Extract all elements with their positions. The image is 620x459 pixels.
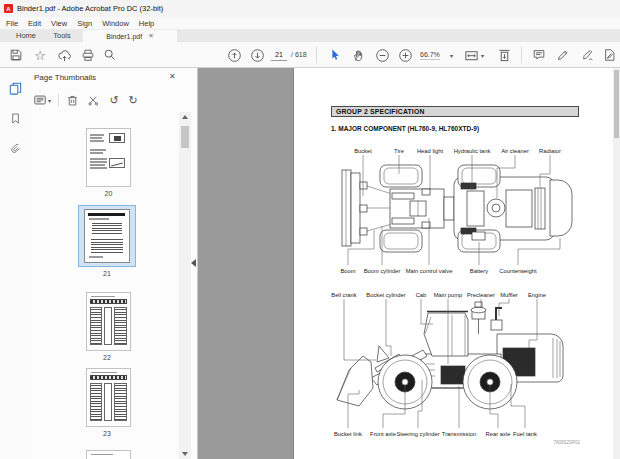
diagram-label: Precleaner — [467, 292, 495, 298]
comment-bubble-icon — [532, 48, 546, 62]
menu-help[interactable]: Help — [139, 19, 154, 28]
hand-tool-button[interactable] — [350, 46, 368, 64]
thumbnail-page-24-partial[interactable] — [86, 450, 131, 459]
menu-file[interactable]: File — [6, 19, 18, 28]
figure-code: 7609S2SP01 — [534, 440, 580, 445]
pencil-tool-button[interactable] — [554, 46, 572, 64]
close-tab-icon[interactable]: ✕ — [148, 32, 153, 40]
window-title: Binder1.pdf - Adobe Acrobat Pro DC (32-b… — [17, 4, 163, 13]
thumbnail-label: 21 — [78, 270, 136, 277]
delete-pages-button[interactable] — [64, 92, 80, 108]
options-caret-icon[interactable]: ▾ — [48, 97, 51, 104]
section-header: GROUP 2 SPECIFICATION — [331, 106, 579, 117]
panel-separator — [58, 94, 59, 106]
main-toolbar: ☆ / 618 66.7% ▾ — [0, 42, 620, 68]
diagram-label: Engine — [528, 292, 546, 298]
diagram-label: Cab — [416, 292, 427, 298]
save-button[interactable] — [7, 46, 25, 64]
thumbnail-page-23[interactable] — [86, 368, 131, 427]
rotate-left-button[interactable]: ↺ — [106, 92, 122, 108]
document-scrollbar[interactable] — [613, 68, 620, 459]
scroll-mode-button[interactable] — [495, 46, 513, 64]
document-scrollbar-thumb[interactable] — [614, 70, 619, 138]
sign-tool-button[interactable] — [579, 46, 597, 64]
menu-view[interactable]: View — [51, 19, 67, 28]
toolbar-separator — [316, 47, 317, 63]
menu-bar: File Edit View Sign Window Help — [0, 17, 620, 30]
diagram-label: Main control valve — [406, 268, 453, 274]
tab-home[interactable]: Home — [10, 30, 42, 42]
previous-page-button[interactable] — [225, 46, 243, 64]
share-button[interactable] — [55, 46, 73, 64]
scroll-down-icon[interactable] — [182, 452, 188, 456]
hand-icon — [352, 48, 366, 62]
diagram-label: Rear axle — [486, 431, 511, 437]
toolbar-separator — [521, 47, 522, 63]
zoom-caret-icon[interactable]: ▾ — [450, 52, 453, 59]
tab-document[interactable]: Binder1.pdf ✕ — [83, 30, 177, 42]
acrobat-logo-icon: A — [4, 4, 13, 13]
attachments-rail-button[interactable] — [7, 140, 23, 156]
cursor-icon — [328, 48, 342, 62]
diagram-label: Bucket — [354, 148, 372, 154]
panel-collapse-handle[interactable] — [191, 259, 196, 267]
options-icon — [33, 93, 47, 107]
diagram-label: Counterweight — [499, 268, 537, 274]
scroll-up-icon[interactable] — [182, 115, 188, 119]
panel-title: Page Thumbnails — [34, 73, 96, 82]
menu-sign[interactable]: Sign — [77, 19, 92, 28]
find-button[interactable] — [101, 46, 119, 64]
diagram-label: Bucket cylinder — [366, 292, 405, 298]
panel-scrollbar[interactable] — [179, 112, 191, 459]
diagram-label: Head light — [417, 148, 443, 154]
bookmarks-rail-button[interactable] — [7, 110, 23, 126]
pencil-icon — [556, 48, 570, 62]
title-bar: A Binder1.pdf - Adobe Acrobat Pro DC (32… — [0, 0, 620, 17]
thumbnail-options-button[interactable] — [32, 92, 48, 108]
tab-bar: Home Tools Binder1.pdf ✕ — [0, 30, 620, 42]
page-up-icon — [227, 48, 242, 63]
paperclip-icon — [9, 142, 22, 155]
comment-tool-button[interactable] — [530, 46, 548, 64]
thumbnail-page-22[interactable] — [86, 292, 131, 351]
diagram-label: Fuel tank — [513, 431, 537, 437]
panel-close-icon[interactable]: ✕ — [169, 72, 176, 81]
menu-window[interactable]: Window — [102, 19, 129, 28]
thumbnail-page-21[interactable] — [78, 205, 136, 267]
star-button[interactable]: ☆ — [31, 46, 49, 64]
page-thumbnails-rail-button[interactable] — [7, 80, 23, 96]
page-number-input[interactable] — [271, 49, 287, 61]
diagram-label: Air cleaner — [501, 148, 529, 154]
thumbnail-preview — [84, 209, 130, 263]
menu-edit[interactable]: Edit — [28, 19, 41, 28]
diagram-label: Bucket link — [334, 431, 362, 437]
tab-tools[interactable]: Tools — [46, 30, 78, 42]
search-icon — [103, 48, 117, 62]
rotate-left-icon: ↺ — [109, 95, 118, 106]
fit-caret-icon[interactable]: ▾ — [481, 52, 484, 59]
diagram-label: Tire — [394, 148, 404, 154]
fill-sign-button[interactable] — [601, 46, 619, 64]
select-tool-button[interactable] — [326, 46, 344, 64]
diagram-label: Transmission — [442, 431, 476, 437]
thumbnail-label: 23 — [78, 430, 136, 437]
extract-pages-button[interactable] — [85, 92, 101, 108]
thumbnails-toolbar: ▾ ↺ ↻ — [28, 90, 198, 110]
rotate-right-button[interactable]: ↻ — [125, 92, 141, 108]
star-icon: ☆ — [34, 49, 46, 62]
thumbnail-page-20[interactable] — [86, 128, 131, 187]
next-page-button[interactable] — [248, 46, 266, 64]
zoom-in-button[interactable] — [396, 46, 414, 64]
thumbnails-panel: Page Thumbnails ✕ ▾ ↺ ↻ — [28, 68, 198, 459]
rotate-right-icon: ↻ — [128, 95, 137, 106]
panel-scrollbar-thumb[interactable] — [181, 126, 189, 148]
document-area: GROUP 2 SPECIFICATION 1. MAJOR COMPONENT… — [198, 68, 620, 459]
zoom-level-value[interactable]: 66.7% — [420, 51, 440, 60]
print-button[interactable] — [79, 46, 97, 64]
zoom-out-button[interactable] — [373, 46, 391, 64]
extract-icon — [87, 94, 100, 107]
page-down-icon — [250, 48, 265, 63]
fit-width-button[interactable] — [462, 46, 480, 64]
plus-circle-icon — [398, 48, 413, 63]
page-count-label: / 618 — [291, 51, 307, 58]
